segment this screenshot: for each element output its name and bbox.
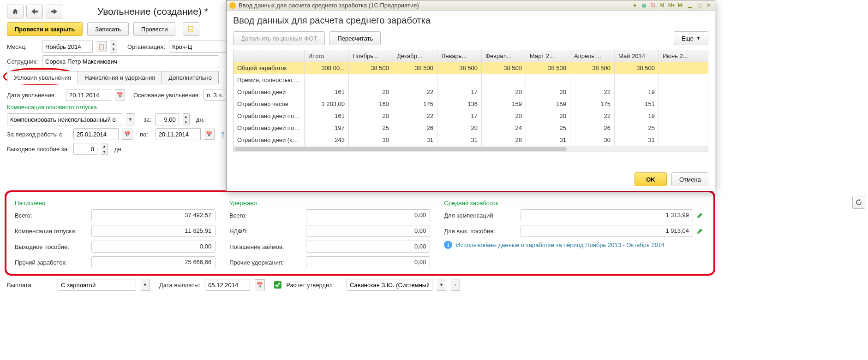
calendar31-icon[interactable]: 31 — [649, 2, 657, 9]
m-icon[interactable]: M — [658, 2, 666, 9]
grid-cell[interactable]: 17 — [437, 110, 482, 122]
grid-cell[interactable]: 25 — [349, 122, 393, 134]
days-input[interactable] — [155, 113, 179, 125]
grid-row[interactable]: Отработано дней16120221720202219 — [233, 86, 708, 98]
grid-cell[interactable]: 17 — [437, 86, 482, 98]
grid-cell[interactable]: 38 500 — [482, 62, 526, 74]
grid-cell[interactable] — [659, 98, 703, 110]
grid-cell[interactable]: 31 — [526, 134, 570, 146]
grid-cell[interactable]: 20 — [526, 110, 570, 122]
grid-cell[interactable]: 30 — [570, 134, 615, 146]
grid-cell[interactable] — [526, 74, 570, 86]
grid-cell[interactable]: 25 — [615, 122, 659, 134]
grid-cell[interactable]: 161 — [305, 86, 349, 98]
grid-row[interactable]: Отработано дней по ...16120221720202219 — [233, 110, 708, 122]
back-button[interactable] — [26, 5, 43, 18]
calc-icon[interactable]: ▦ — [640, 2, 647, 9]
ok-button[interactable]: OK — [635, 172, 667, 186]
grid-cell[interactable] — [615, 74, 659, 86]
grid-column-header[interactable]: Март 2... — [526, 50, 570, 62]
cancel-button[interactable]: Отмена — [671, 172, 708, 186]
close-icon[interactable]: ✕ — [705, 2, 712, 9]
grid-cell[interactable]: 19 — [615, 86, 659, 98]
payout-type-input[interactable] — [58, 279, 136, 291]
recalculate-button[interactable]: Пересчитать — [329, 31, 381, 45]
maximize-icon[interactable]: ▢ — [695, 2, 703, 9]
month-picker-icon[interactable]: 📋 — [96, 41, 107, 52]
tab-conditions[interactable]: Условия увольнения — [7, 71, 78, 84]
grid-cell[interactable]: 160 — [349, 98, 393, 110]
grid-column-header[interactable]: Апрель ... — [570, 50, 615, 62]
grid-cell[interactable]: 175 — [570, 98, 615, 110]
post-button[interactable]: Провести — [133, 22, 176, 36]
grid-cell[interactable]: 175 — [393, 98, 437, 110]
help-link[interactable]: ? — [221, 131, 224, 138]
days-spinner[interactable]: ▲▼ — [183, 113, 190, 125]
calendar-icon[interactable]: 📅 — [115, 89, 125, 100]
grid-cell[interactable]: 20 — [437, 122, 482, 134]
forward-button[interactable] — [46, 5, 62, 18]
more-button[interactable]: Еще▼ — [674, 31, 708, 45]
approved-open-button[interactable]: ▫ — [451, 279, 460, 291]
calendar-icon[interactable]: 📅 — [255, 279, 265, 290]
grid-cell[interactable]: 38 500 — [570, 62, 615, 74]
grid-cell[interactable]: 38 500 — [393, 62, 437, 74]
grid-cell[interactable] — [437, 74, 482, 86]
severance-spinner[interactable]: ▲▼ — [101, 143, 108, 155]
grid-row[interactable]: Общий заработок308 00...38 50038 50038 5… — [233, 62, 708, 74]
compensation-type-input[interactable] — [7, 113, 122, 125]
grid-row[interactable]: Отработано дней (ка...24330313128313031 — [233, 134, 708, 146]
horizontal-scrollbar[interactable] — [233, 146, 708, 152]
grid-column-header[interactable]: Июнь 2... — [659, 50, 703, 62]
period-from-input[interactable] — [73, 128, 119, 140]
grid-cell[interactable]: 136 — [437, 98, 482, 110]
grid-cell[interactable]: 159 — [482, 98, 526, 110]
grid-cell[interactable]: 20 — [526, 86, 570, 98]
grid-cell[interactable] — [482, 74, 526, 86]
approved-dropdown[interactable]: ▼ — [437, 279, 446, 291]
month-input[interactable] — [42, 41, 93, 53]
payout-type-dropdown[interactable]: ▼ — [141, 279, 150, 291]
month-spinner[interactable]: ▲▼ — [110, 41, 117, 53]
grid-cell[interactable]: 151 — [615, 98, 659, 110]
grid-cell[interactable] — [659, 62, 703, 74]
earnings-grid[interactable]: ИтогоНоябрь...Декабр...Январь...Феврал..… — [233, 50, 708, 152]
edit-avg-sev-button[interactable] — [697, 227, 705, 235]
grid-column-header[interactable]: Декабр... — [393, 50, 437, 62]
period-to-input[interactable] — [156, 128, 201, 140]
employee-input[interactable] — [42, 55, 219, 67]
calendar-icon[interactable]: 📅 — [204, 129, 215, 140]
grid-cell[interactable]: 25 — [526, 122, 570, 134]
grid-column-header[interactable]: Феврал... — [482, 50, 526, 62]
grid-cell[interactable]: 38 500 — [526, 62, 570, 74]
grid-row[interactable]: Отработано дней по ...19725262024252625 — [233, 122, 708, 134]
grid-cell[interactable] — [659, 74, 703, 86]
grid-row[interactable]: Отработано часов1 283,001601751361591591… — [233, 98, 708, 110]
org-input[interactable] — [169, 41, 229, 53]
grid-row[interactable]: Премия, полностью у... — [233, 74, 708, 86]
grid-cell[interactable]: 20 — [482, 110, 526, 122]
grid-cell[interactable]: 19 — [615, 110, 659, 122]
grid-cell[interactable]: 31 — [393, 134, 437, 146]
grid-cell[interactable]: 1 283,00 — [305, 98, 349, 110]
grid-cell[interactable]: 308 00... — [305, 62, 349, 74]
grid-cell[interactable]: 161 — [305, 110, 349, 122]
grid-cell[interactable] — [570, 74, 615, 86]
grid-cell[interactable]: 31 — [615, 134, 659, 146]
m-plus-icon[interactable]: M+ — [668, 2, 675, 9]
grid-cell[interactable]: 159 — [526, 98, 570, 110]
grid-cell[interactable] — [349, 74, 393, 86]
grid-cell[interactable]: 22 — [570, 86, 615, 98]
grid-column-header[interactable]: Май 2014 — [615, 50, 659, 62]
grid-cell[interactable]: 20 — [482, 86, 526, 98]
m-minus-icon[interactable]: M- — [677, 2, 684, 9]
scrollbar-thumb[interactable] — [234, 147, 567, 151]
tab-accruals[interactable]: Начисления и удержания — [78, 71, 162, 84]
grid-cell[interactable]: 26 — [393, 122, 437, 134]
approved-by-input[interactable] — [347, 279, 432, 291]
grid-cell[interactable] — [659, 110, 703, 122]
print-button[interactable] — [183, 22, 199, 36]
grid-cell[interactable]: 243 — [305, 134, 349, 146]
refresh-button[interactable] — [852, 196, 865, 209]
grid-cell[interactable]: 38 500 — [437, 62, 482, 74]
